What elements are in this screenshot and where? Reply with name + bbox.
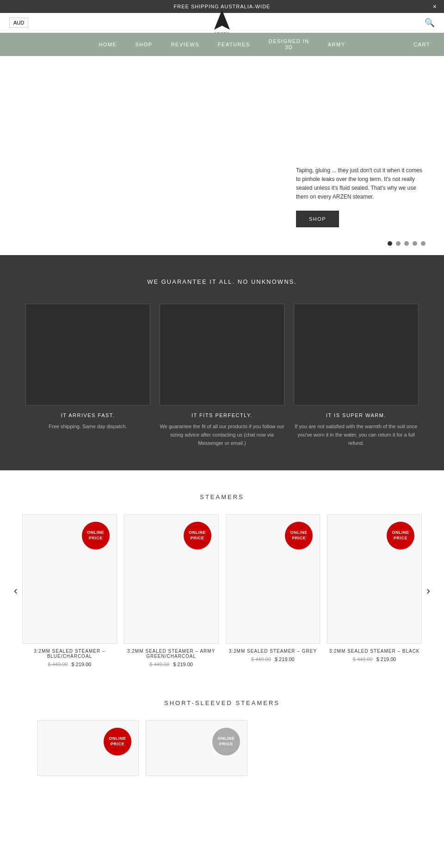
steamers-title: STEAMERS	[9, 493, 435, 500]
steamer-product-1[interactable]: ONLINEPRICE 3:2MM SEALED STEAMER – ARMY …	[124, 514, 219, 667]
steamer-name-1: 3:2MM SEALED STEAMER – ARMY GREEN/CHARCO…	[124, 649, 219, 659]
short-sleeved-product-1[interactable]: ONLINEPRICE	[146, 720, 247, 776]
slider-dot-2[interactable]	[396, 241, 401, 246]
steamer-name-2: 3:2MM SEALED STEAMER – GREY	[226, 649, 321, 654]
navigation: HOME SHOP REVIEWS FEATURES DESIGNED IN 3…	[0, 33, 444, 56]
nav-designed-in-line1: DESIGNED IN	[269, 38, 309, 44]
nav-item-shop[interactable]: SHOP	[135, 42, 152, 47]
steamer-product-2[interactable]: ONLINEPRICE 3:2MM SEALED STEAMER – GREY …	[226, 514, 321, 667]
slider-dot-1[interactable]	[388, 241, 392, 246]
steamer-image-3: ONLINEPRICE	[327, 514, 422, 644]
guarantee-card-title-fit: IT FITS PERFECTLY.	[160, 412, 284, 418]
steamers-products-grid: ONLINEPRICE 3:2MM SEALED STEAMER – BLUE/…	[22, 514, 422, 667]
slider-dot-3[interactable]	[404, 241, 409, 246]
guarantee-cards: IT ARRIVES FAST. Free shipping. Same day…	[14, 304, 430, 447]
hero-text: Taping, gluing ... they just don't cut i…	[296, 166, 426, 202]
guarantee-card-text-fast: Free shipping. Same day dispatch.	[25, 423, 150, 431]
nav-item-features[interactable]: FEATURES	[218, 42, 250, 47]
nav-item-reviews[interactable]: REVIEWS	[171, 42, 199, 47]
steamer-price-3: $ 449.00 $ 219.00	[327, 656, 422, 662]
steamer-original-price-1: $ 449.00	[149, 662, 169, 667]
guarantee-image-warm	[294, 304, 419, 406]
online-price-badge-2: ONLINEPRICE	[285, 522, 313, 550]
short-sleeved-title: SHORT-SLEEVED STEAMERS	[9, 699, 435, 706]
online-price-badge-0: ONLINEPRICE	[82, 522, 110, 550]
steamer-product-0[interactable]: ONLINEPRICE 3:2MM SEALED STEAMER – BLUE/…	[22, 514, 117, 667]
online-price-badge-1: ONLINEPRICE	[184, 522, 211, 550]
logo-icon: ARZEN	[208, 8, 236, 36]
header-left: AUD	[9, 18, 28, 28]
slider-dot-4[interactable]	[413, 241, 417, 246]
guarantee-card-fit: IT FITS PERFECTLY. We guarantee the fit …	[160, 304, 284, 447]
announcement-close-button[interactable]: ×	[433, 3, 437, 10]
header-right: 🔍	[425, 18, 435, 28]
nav-links: HOME SHOP REVIEWS FEATURES DESIGNED IN 3…	[99, 38, 345, 50]
steamer-sale-price-3: $ 219.00	[376, 656, 396, 662]
steamer-name-3: 3:2MM SEALED STEAMER – BLACK	[327, 649, 422, 654]
steamer-product-3[interactable]: ONLINEPRICE 3:2MM SEALED STEAMER – BLACK…	[327, 514, 422, 667]
guarantee-card-warm: IT IS SUPER WARM. If you are not satisfi…	[294, 304, 419, 447]
hero-section: Taping, gluing ... they just don't cut i…	[0, 56, 444, 255]
guarantee-card-text-warm: If you are not satisfied with the warmth…	[294, 423, 419, 447]
guarantee-card-title-fast: IT ARRIVES FAST.	[25, 412, 150, 418]
guarantee-card-text-fit: We guarantee the fit of all our products…	[160, 423, 284, 447]
online-price-badge-3: ONLINEPRICE	[387, 522, 414, 550]
short-sleeved-image-0: ONLINEPRICE	[37, 720, 139, 776]
search-button[interactable]: 🔍	[425, 18, 435, 28]
short-sleeved-section: SHORT-SLEEVED STEAMERS ONLINEPRICE ONLIN…	[0, 681, 444, 785]
svg-marker-0	[214, 10, 230, 30]
steamer-original-price-3: $ 449.00	[353, 656, 373, 662]
nav-item-designed-in-3d[interactable]: DESIGNED IN 3D	[269, 38, 309, 50]
header: AUD ARZEN 🔍	[0, 13, 444, 33]
search-icon: 🔍	[425, 18, 435, 27]
steamer-sale-price-0: $ 219.00	[71, 662, 91, 667]
hero-shop-button[interactable]: SHOP	[296, 211, 339, 227]
short-sleeved-badge-1: ONLINEPRICE	[212, 728, 240, 756]
steamer-sale-price-2: $ 219.00	[275, 656, 295, 662]
steamer-image-2: ONLINEPRICE	[226, 514, 321, 644]
nav-item-cart[interactable]: CART	[413, 42, 430, 47]
hero-content: Taping, gluing ... they just don't cut i…	[296, 166, 426, 228]
slider-next-button[interactable]: ›	[422, 580, 435, 602]
steamers-slider: ‹ ONLINEPRICE 3:2MM SEALED STEAMER – BLU…	[9, 514, 435, 667]
guarantee-card-fast: IT ARRIVES FAST. Free shipping. Same day…	[25, 304, 150, 447]
short-sleeved-products: ONLINEPRICE ONLINEPRICE	[9, 720, 435, 776]
slider-dots	[388, 241, 426, 246]
guarantee-title: WE GUARANTEE IT ALL. NO UNKNOWNS.	[14, 278, 430, 285]
steamer-sale-price-1: $ 219.00	[173, 662, 193, 667]
steamer-price-1: $ 449.00 $ 219.00	[124, 662, 219, 667]
nav-designed-in-line2: 3D	[285, 44, 293, 50]
nav-item-home[interactable]: HOME	[99, 42, 117, 47]
guarantee-image-fit	[160, 304, 284, 406]
short-sleeved-image-1: ONLINEPRICE	[146, 720, 247, 776]
nav-item-army[interactable]: ARMY	[328, 42, 345, 47]
slider-prev-button[interactable]: ‹	[9, 580, 22, 602]
steamer-price-0: $ 449.00 $ 219.00	[22, 662, 117, 667]
guarantee-section: WE GUARANTEE IT ALL. NO UNKNOWNS. IT ARR…	[0, 255, 444, 470]
steamer-original-price-0: $ 449.00	[48, 662, 68, 667]
guarantee-card-title-warm: IT IS SUPER WARM.	[294, 412, 419, 418]
short-sleeved-badge-0: ONLINEPRICE	[104, 728, 131, 756]
steamer-image-0: ONLINEPRICE	[22, 514, 117, 644]
steamers-section: STEAMERS ‹ ONLINEPRICE 3:2MM SEALED STEA…	[0, 470, 444, 681]
currency-button[interactable]: AUD	[9, 18, 28, 28]
steamer-name-0: 3:2MM SEALED STEAMER – BLUE/CHARCOAL	[22, 649, 117, 659]
slider-dot-5[interactable]	[421, 241, 426, 246]
steamer-original-price-2: $ 449.00	[251, 656, 271, 662]
steamer-price-2: $ 449.00 $ 219.00	[226, 656, 321, 662]
guarantee-image-fast	[25, 304, 150, 406]
steamer-image-1: ONLINEPRICE	[124, 514, 219, 644]
short-sleeved-product-0[interactable]: ONLINEPRICE	[37, 720, 139, 776]
